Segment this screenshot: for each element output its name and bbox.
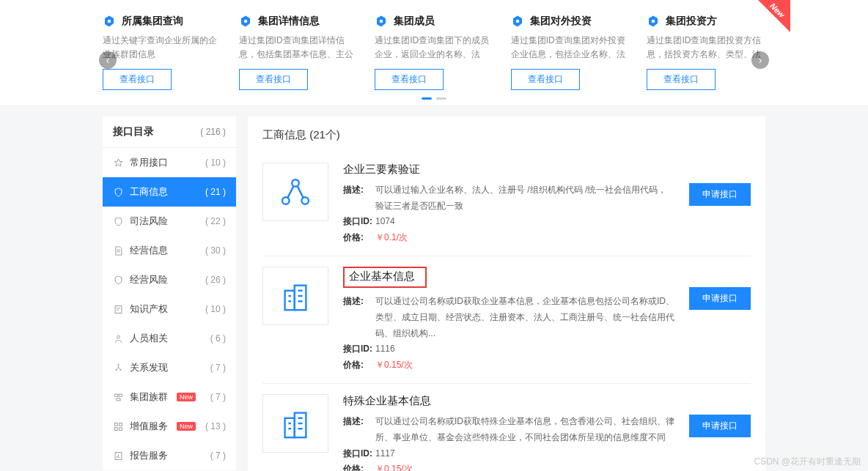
view-api-button[interactable]: 查看接口 xyxy=(647,69,716,90)
sidebar-item-count: ( 7 ) xyxy=(210,450,226,461)
carousel-dot[interactable] xyxy=(436,97,446,100)
api-id: 1117 xyxy=(375,446,395,462)
sidebar-item-集团族群[interactable]: 集团族群 New ( 7 ) xyxy=(103,382,236,412)
new-badge: New xyxy=(177,422,196,431)
view-api-button[interactable]: 查看接口 xyxy=(375,69,444,90)
grid-icon xyxy=(113,421,124,432)
shield-icon xyxy=(113,187,124,198)
card-title: 集团详情信息 xyxy=(258,15,320,28)
apply-button[interactable]: 申请接口 xyxy=(689,415,751,437)
api-thumb xyxy=(262,163,328,221)
sidebar-item-count: ( 26 ) xyxy=(205,275,226,285)
card-title: 集团成员 xyxy=(394,15,435,28)
carousel-prev-button[interactable]: ‹ xyxy=(99,51,117,69)
view-api-button[interactable]: 查看接口 xyxy=(239,69,308,90)
carousel-dot[interactable] xyxy=(422,97,432,100)
carousel-card: 集团成员 通过集团ID查询集团下的成员企业，返回企业的名称、法人、注册资本...… xyxy=(375,15,493,90)
sidebar-item-报告服务[interactable]: 报告服务 ( 7 ) xyxy=(103,441,236,470)
sidebar-item-count: ( 30 ) xyxy=(205,245,226,256)
sidebar-item-label: 增值服务 xyxy=(130,420,168,433)
api-id: 1074 xyxy=(375,214,395,230)
sidebar-item-增值服务[interactable]: 增值服务 New ( 13 ) xyxy=(103,412,236,441)
file-icon xyxy=(113,245,124,256)
sidebar-item-count: ( 7 ) xyxy=(210,363,226,373)
watermark: CSDN @花开有时重逢无期 xyxy=(754,456,861,468)
person-icon xyxy=(113,333,124,344)
api-item: 企业基本信息 描述:可以通过公司名称或ID获取企业基本信息，企业基本信息包括公司… xyxy=(262,256,751,383)
card-title: 所属集团查询 xyxy=(122,15,183,28)
api-id-label: 接口ID: xyxy=(343,214,375,230)
card-desc: 通过集团ID查询集团下的成员企业，返回企业的名称、法人、注册资本... xyxy=(375,34,493,62)
sidebar-item-label: 人员相关 xyxy=(130,332,168,345)
view-api-button[interactable]: 查看接口 xyxy=(511,69,580,90)
shield-icon xyxy=(113,275,124,286)
hex-icon xyxy=(239,15,252,28)
sidebar-item-label: 集团族群 xyxy=(130,390,168,404)
api-price: ￥0.15/次 xyxy=(375,461,413,471)
new-badge: New xyxy=(177,393,196,401)
api-item: 企业三要素验证 描述:可以通过输入企业名称、法人、注册号 /组织机构代码 /统一… xyxy=(262,152,751,256)
hex-icon xyxy=(103,15,116,28)
api-desc: 可以通过输入企业名称、法人、注册号 /组织机构代码 /统一社会信用代码，验证三者… xyxy=(375,182,674,214)
api-title[interactable]: 特殊企业基本信息 xyxy=(343,394,674,408)
api-item: 特殊企业基本信息 描述:可以通过公司名称或ID获取特殊企业基本信息，包含香港公司… xyxy=(262,383,751,471)
api-price-label: 价格: xyxy=(343,230,375,246)
apply-button[interactable]: 申请接口 xyxy=(689,183,751,206)
note-icon xyxy=(113,304,124,315)
api-desc-label: 描述: xyxy=(343,294,375,341)
sidebar-item-count: ( 10 ) xyxy=(205,304,226,314)
sidebar: 接口目录 ( 216 ) 常用接口 ( 10 ) 工商信息 ( 21 ) 司法风… xyxy=(103,116,236,470)
api-desc: 可以通过公司名称或ID获取企业基本信息，企业基本信息包括公司名称或ID、类型、成… xyxy=(375,294,674,341)
api-thumb xyxy=(262,267,328,325)
carousel-container: New ‹ › 所属集团查询 通过关键字查询企业所属的企业族群团信息 查看接口 … xyxy=(0,0,868,106)
api-id: 1116 xyxy=(375,341,395,357)
api-id-label: 接口ID: xyxy=(343,341,375,357)
sidebar-item-label: 经营风险 xyxy=(130,273,168,286)
api-desc: 可以通过公司名称或ID获取特殊企业基本信息，包含香港公司、社会组织、律所、事业单… xyxy=(375,414,674,445)
sidebar-item-工商信息[interactable]: 工商信息 ( 21 ) xyxy=(103,177,236,207)
api-id-label: 接口ID: xyxy=(343,446,375,462)
sidebar-item-label: 报告服务 xyxy=(130,449,168,462)
sidebar-item-count: ( 7 ) xyxy=(210,392,226,402)
sidebar-item-人员相关[interactable]: 人员相关 ( 6 ) xyxy=(103,324,236,353)
sidebar-item-常用接口[interactable]: 常用接口 ( 10 ) xyxy=(103,148,236,177)
hex-icon xyxy=(375,15,388,28)
card-title: 集团投资方 xyxy=(666,15,717,28)
api-title[interactable]: 企业三要素验证 xyxy=(343,163,674,177)
sidebar-item-关系发现[interactable]: 关系发现 ( 7 ) xyxy=(103,353,236,382)
api-price-label: 价格: xyxy=(343,461,375,471)
card-desc: 通过集团ID查询集团投资方信息，括投资方名称、类型、法定代表人... xyxy=(647,34,765,62)
sidebar-item-label: 关系发现 xyxy=(130,361,168,374)
sidebar-header: 接口目录 ( 216 ) xyxy=(103,116,236,148)
card-desc: 通过集团ID查询集团对外投资企业信息，包括企业名称、法定代表人... xyxy=(511,34,630,62)
api-title[interactable]: 企业基本信息 xyxy=(343,267,427,288)
sidebar-total-count: ( 216 ) xyxy=(200,127,226,137)
shield-icon xyxy=(113,216,124,227)
report-icon xyxy=(113,450,124,461)
apply-button[interactable]: 申请接口 xyxy=(689,287,751,310)
carousel-card: 集团对外投资 通过集团ID查询集团对外投资企业信息，包括企业名称、法定代表人..… xyxy=(511,15,630,90)
carousel-card: 所属集团查询 通过关键字查询企业所属的企业族群团信息 查看接口 xyxy=(103,15,221,90)
sidebar-item-count: ( 13 ) xyxy=(205,421,226,431)
sidebar-item-经营风险[interactable]: 经营风险 ( 26 ) xyxy=(103,265,236,294)
api-price-label: 价格: xyxy=(343,357,375,374)
api-price: ￥0.1/次 xyxy=(375,230,408,246)
sidebar-item-label: 经营信息 xyxy=(130,244,168,257)
sidebar-item-count: ( 6 ) xyxy=(210,333,226,344)
sidebar-title: 接口目录 xyxy=(113,125,154,138)
hex-icon xyxy=(647,15,660,28)
sidebar-item-label: 工商信息 xyxy=(130,185,168,199)
view-api-button[interactable]: 查看接口 xyxy=(103,69,172,90)
sidebar-item-label: 知识产权 xyxy=(130,303,168,316)
sidebar-item-count: ( 22 ) xyxy=(205,216,226,226)
carousel-next-button[interactable]: › xyxy=(751,51,769,69)
api-desc-label: 描述: xyxy=(343,182,375,214)
sidebar-item-司法风险[interactable]: 司法风险 ( 22 ) xyxy=(103,207,236,236)
card-desc: 通过关键字查询企业所属的企业族群团信息 xyxy=(103,34,221,62)
sidebar-item-label: 常用接口 xyxy=(130,156,168,169)
star-icon xyxy=(113,157,124,168)
sidebar-item-经营信息[interactable]: 经营信息 ( 30 ) xyxy=(103,236,236,265)
sidebar-item-label: 司法风险 xyxy=(130,215,168,228)
sidebar-item-count: ( 10 ) xyxy=(205,157,226,168)
sidebar-item-知识产权[interactable]: 知识产权 ( 10 ) xyxy=(103,294,236,324)
